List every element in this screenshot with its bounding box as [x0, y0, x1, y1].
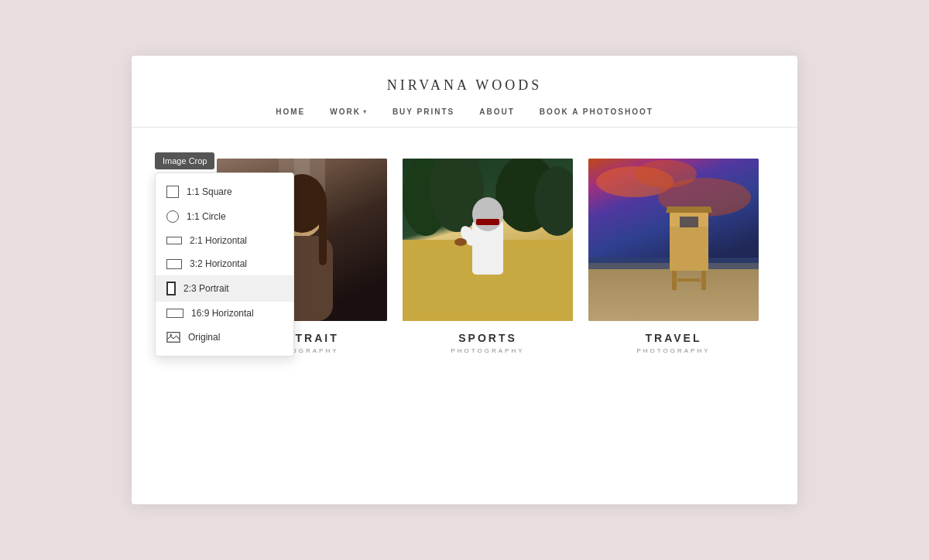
- svg-rect-9: [319, 203, 327, 265]
- site-nav: HOME WORK ▾ BUY PRINTS ABOUT BOOK A PHOT…: [163, 108, 766, 127]
- nav-buy-prints[interactable]: BUY PRINTS: [393, 108, 454, 116]
- main-card: NIRVANA WOODS HOME WORK ▾ BUY PRINTS ABO…: [132, 56, 797, 504]
- svg-rect-30: [672, 271, 677, 290]
- crop-option-h21-label: 2:1 Horizontal: [190, 235, 247, 246]
- svg-point-20: [454, 238, 467, 246]
- crop-option-h32[interactable]: 3:2 Horizontal: [156, 252, 293, 275]
- image-grid: PORTRAIT PHOTOGRAPHY: [217, 159, 759, 354]
- photo-caption-travel: TRAVEL PHOTOGRAPHY: [636, 332, 710, 354]
- portrait-icon: [166, 282, 176, 295]
- horizontal-thin-icon: [166, 309, 183, 318]
- svg-marker-29: [666, 207, 712, 213]
- nav-home[interactable]: HOME: [276, 108, 305, 116]
- nav-about[interactable]: ABOUT: [479, 108, 515, 116]
- nav-about-label: ABOUT: [479, 108, 515, 116]
- crop-option-circle-label: 1:1 Circle: [187, 211, 226, 222]
- crop-option-portrait-label: 2:3 Portrait: [183, 283, 229, 294]
- site-title: NIRVANA WOODS: [163, 77, 766, 94]
- svg-rect-32: [677, 278, 701, 282]
- crop-option-h169-label: 16:9 Horizontal: [191, 308, 254, 319]
- crop-option-square-label: 1:1 Square: [187, 186, 232, 197]
- nav-home-label: HOME: [276, 108, 305, 116]
- horizontal-med-icon: [166, 259, 182, 269]
- chevron-down-icon: ▾: [363, 108, 368, 115]
- square-icon: [166, 186, 179, 198]
- crop-dropdown: 1:1 Square 1:1 Circle 2:1 Horizontal: [155, 172, 294, 357]
- crop-option-h21[interactable]: 2:1 Horizontal: [156, 229, 293, 252]
- crop-option-h169[interactable]: 16:9 Horizontal: [156, 302, 293, 325]
- nav-buy-prints-label: BUY PRINTS: [393, 108, 454, 116]
- crop-tooltip-label: Image Crop: [155, 152, 214, 169]
- svg-point-1: [170, 334, 173, 336]
- crop-option-original[interactable]: Original: [156, 325, 293, 350]
- site-header: NIRVANA WOODS HOME WORK ▾ BUY PRINTS ABO…: [132, 56, 797, 128]
- svg-rect-33: [680, 217, 698, 227]
- photo-caption-sports: SPORTS PHOTOGRAPHY: [451, 332, 524, 354]
- photo-title-sports: SPORTS: [451, 332, 524, 344]
- circle-icon: [166, 210, 179, 223]
- photo-subtitle-travel: PHOTOGRAPHY: [636, 347, 710, 354]
- main-content: Image Crop 1:1 Square 1:1 Circle: [132, 128, 797, 385]
- horizontal-wide-icon: [166, 237, 182, 244]
- nav-book-label: BOOK A PHOTOSHOOT: [540, 108, 653, 116]
- nav-work[interactable]: WORK ▾: [330, 108, 368, 116]
- original-icon: [166, 331, 180, 343]
- crop-option-h32-label: 3:2 Horizontal: [190, 258, 247, 269]
- crop-option-square[interactable]: 1:1 Square: [156, 179, 293, 204]
- photo-subtitle-sports: PHOTOGRAPHY: [451, 347, 524, 354]
- photo-card-travel: TRAVEL PHOTOGRAPHY: [588, 159, 759, 354]
- photo-travel-image: [588, 159, 759, 321]
- photo-title-travel: TRAVEL: [636, 332, 710, 344]
- photo-card-sports: SPORTS PHOTOGRAPHY: [403, 159, 573, 354]
- crop-tooltip-container: Image Crop 1:1 Square 1:1 Circle: [155, 152, 294, 357]
- svg-rect-18: [476, 219, 499, 225]
- crop-option-circle[interactable]: 1:1 Circle: [156, 204, 293, 229]
- nav-work-label: WORK: [330, 108, 361, 116]
- svg-rect-31: [701, 271, 706, 290]
- photo-sports-image: [403, 159, 573, 321]
- svg-rect-27: [670, 220, 708, 271]
- crop-option-original-label: Original: [188, 332, 220, 343]
- svg-point-24: [635, 160, 697, 188]
- crop-option-portrait[interactable]: 2:3 Portrait: [156, 275, 293, 302]
- nav-book[interactable]: BOOK A PHOTOSHOOT: [540, 108, 653, 116]
- svg-point-17: [472, 197, 503, 231]
